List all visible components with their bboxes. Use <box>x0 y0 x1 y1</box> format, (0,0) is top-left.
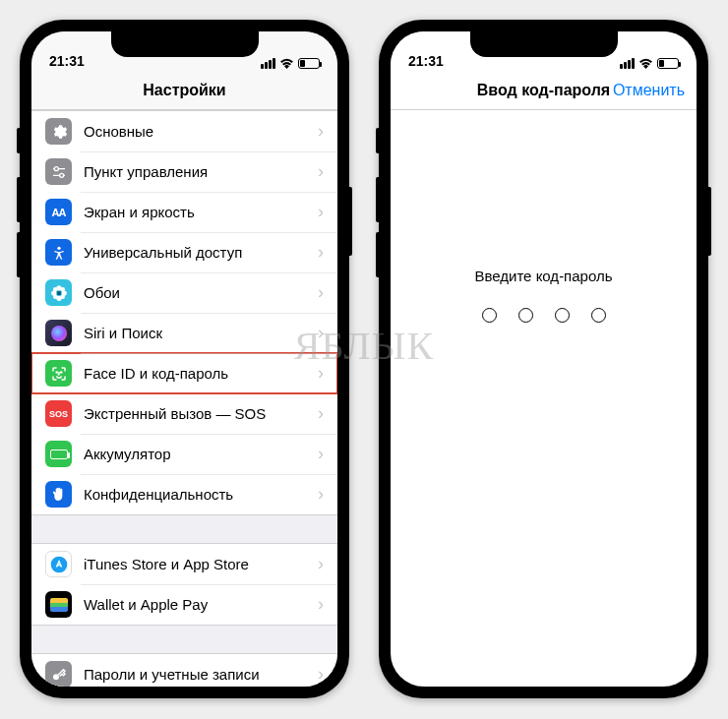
chevron-right-icon: › <box>318 282 324 303</box>
wifi-icon <box>279 58 294 69</box>
chevron-right-icon: › <box>318 363 324 384</box>
status-right <box>261 58 320 69</box>
notch <box>111 31 259 57</box>
passcode-dot <box>591 308 606 323</box>
row-privacy[interactable]: Конфиденциальность › <box>31 474 337 514</box>
row-emergency-sos[interactable]: SOS Экстренный вызов — SOS › <box>31 393 337 434</box>
row-label: Face ID и код-пароль <box>84 365 318 382</box>
row-label: Обои <box>84 284 318 301</box>
gear-icon <box>45 118 72 145</box>
battery-icon <box>657 58 679 69</box>
settings-list[interactable]: Основные › Пункт управления › AA Экран и… <box>31 110 337 687</box>
svg-point-15 <box>60 294 65 299</box>
row-siri-search[interactable]: Siri и Поиск › <box>31 313 337 353</box>
page-title: Ввод код-пароля <box>477 82 610 99</box>
row-battery[interactable]: Аккумулятор › <box>31 434 337 474</box>
row-wallet-applepay[interactable]: Wallet и Apple Pay › <box>31 584 337 625</box>
chevron-right-icon: › <box>318 403 324 424</box>
chevron-right-icon: › <box>318 664 324 685</box>
row-label: Аккумулятор <box>84 446 318 462</box>
svg-point-6 <box>57 246 60 249</box>
volume-up-button <box>17 177 20 222</box>
wallet-icon <box>45 591 72 618</box>
row-general[interactable]: Основные › <box>31 111 337 151</box>
chevron-right-icon: › <box>318 484 324 505</box>
chevron-right-icon: › <box>318 202 324 222</box>
appstore-icon <box>45 551 72 577</box>
chevron-right-icon: › <box>318 242 324 263</box>
key-icon <box>45 661 72 687</box>
row-control-center[interactable]: Пункт управления › <box>31 151 337 192</box>
svg-point-13 <box>60 287 65 292</box>
row-accessibility[interactable]: Универсальный доступ › <box>31 232 337 272</box>
row-label: Wallet и Apple Pay <box>84 596 318 613</box>
status-time: 21:31 <box>49 53 85 69</box>
phone-left: 21:31 Настройки <box>20 20 349 698</box>
row-label: Конфиденциальность <box>84 486 318 503</box>
passcode-dot <box>555 308 570 323</box>
passcode-dot <box>518 308 533 323</box>
row-label: Основные <box>84 123 318 140</box>
settings-group-3: Пароли и учетные записи › Почта › <box>31 653 337 687</box>
sos-icon: SOS <box>45 400 72 427</box>
siri-icon <box>45 320 72 346</box>
side-button <box>349 187 352 256</box>
phone-right: 21:31 Ввод код-пароля Отменить Введите к… <box>379 20 708 698</box>
cellular-signal-icon <box>620 58 635 69</box>
row-itunes-appstore[interactable]: iTunes Store и App Store › <box>31 544 337 584</box>
chevron-right-icon: › <box>318 121 324 142</box>
row-passwords-accounts[interactable]: Пароли и учетные записи › <box>31 654 337 687</box>
mute-switch <box>376 128 379 153</box>
passcode-content: Введите код-пароль <box>391 110 697 687</box>
svg-point-14 <box>53 294 58 299</box>
passcode-entry: Введите код-пароль <box>391 110 697 323</box>
mute-switch <box>17 128 20 153</box>
page-title: Настройки <box>143 82 225 99</box>
row-label: Универсальный доступ <box>84 244 318 261</box>
accessibility-icon <box>45 239 72 266</box>
settings-group-1: Основные › Пункт управления › AA Экран и… <box>31 110 337 515</box>
screen-passcode: 21:31 Ввод код-пароля Отменить Введите к… <box>391 31 697 687</box>
battery-icon <box>298 58 320 69</box>
svg-point-0 <box>54 166 58 170</box>
sliders-icon <box>45 158 72 185</box>
phones-container: 21:31 Настройки <box>0 0 728 718</box>
volume-down-button <box>376 232 379 277</box>
chevron-right-icon: › <box>318 594 324 615</box>
wifi-icon <box>638 58 653 69</box>
face-id-icon <box>45 360 72 387</box>
chevron-right-icon: › <box>318 444 324 464</box>
svg-point-17 <box>56 371 57 372</box>
row-wallpaper[interactable]: Обои › <box>31 272 337 313</box>
notch <box>470 31 618 57</box>
row-label: Экстренный вызов — SOS <box>84 405 318 422</box>
row-label: Siri и Поиск <box>84 325 318 341</box>
row-label: Экран и яркость <box>84 204 318 220</box>
svg-point-20 <box>53 674 59 680</box>
status-right <box>620 58 679 69</box>
svg-point-18 <box>60 371 61 372</box>
chevron-right-icon: › <box>318 161 324 182</box>
nav-bar: Ввод код-пароля Отменить <box>391 71 697 110</box>
svg-point-3 <box>59 173 63 177</box>
svg-point-12 <box>53 287 58 292</box>
chevron-right-icon: › <box>318 323 324 343</box>
status-time: 21:31 <box>408 53 444 69</box>
side-button <box>708 187 711 256</box>
battery-icon <box>45 441 72 467</box>
cancel-button[interactable]: Отменить <box>613 82 685 99</box>
text-size-icon: AA <box>45 199 72 225</box>
passcode-dot <box>482 308 497 323</box>
row-faceid-passcode[interactable]: Face ID и код-пароль › <box>31 353 337 393</box>
svg-point-16 <box>57 291 61 295</box>
chevron-right-icon: › <box>318 554 324 574</box>
row-display-brightness[interactable]: AA Экран и яркость › <box>31 192 337 232</box>
hand-icon <box>45 481 72 508</box>
row-label: Пункт управления <box>84 163 318 180</box>
nav-bar: Настройки <box>31 71 337 110</box>
volume-up-button <box>376 177 379 222</box>
passcode-dots[interactable] <box>482 308 606 323</box>
cellular-signal-icon <box>261 58 275 69</box>
settings-group-2: iTunes Store и App Store › Wallet и Appl… <box>31 543 337 626</box>
screen-settings: 21:31 Настройки <box>31 31 337 687</box>
